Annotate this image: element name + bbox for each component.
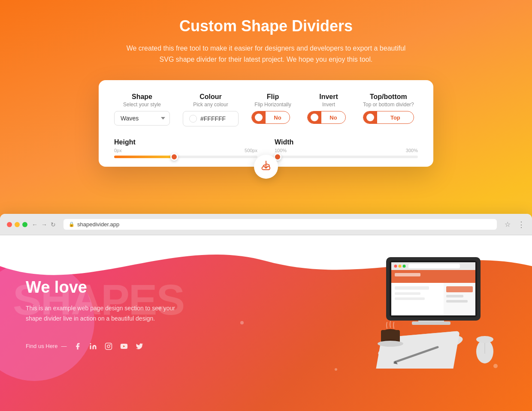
website-heading: We love xyxy=(26,278,180,297)
svg-point-34 xyxy=(476,336,493,343)
width-max: 300% xyxy=(406,148,418,153)
dot-green[interactable] xyxy=(22,222,27,227)
invert-toggle[interactable]: No xyxy=(307,111,346,124)
nav-back[interactable]: ← xyxy=(32,221,38,228)
invert-label: Invert xyxy=(307,93,350,101)
height-slider-group: Height 0px 500px xyxy=(114,138,257,158)
colour-control: Colour Pick any colour #FFFFFF xyxy=(183,93,239,126)
height-max: 500px xyxy=(245,148,257,153)
svg-rect-20 xyxy=(395,297,425,300)
colour-sublabel: Pick any colour xyxy=(183,102,239,108)
height-slider-header: Height xyxy=(114,138,257,146)
height-range-labels: 0px 500px xyxy=(114,148,257,153)
flip-state: No xyxy=(266,114,290,121)
colour-swatch xyxy=(189,115,197,123)
colour-label: Colour xyxy=(183,93,239,101)
nav-reload[interactable]: ↻ xyxy=(51,221,56,228)
linkedin-icon[interactable] xyxy=(88,341,98,351)
topbottom-toggle[interactable]: Top xyxy=(363,111,414,124)
svg-rect-1 xyxy=(106,343,112,349)
website-text-block: We love This is an example web page desi… xyxy=(26,270,180,351)
svg-rect-23 xyxy=(446,295,463,297)
shape-label: Shape xyxy=(114,93,170,101)
flip-label: Flip xyxy=(251,93,294,101)
svg-rect-24 xyxy=(446,300,468,303)
width-range-labels: 100% 300% xyxy=(275,148,418,153)
width-slider-header: Width xyxy=(275,138,418,146)
computer-svg xyxy=(352,235,515,369)
svg-point-3 xyxy=(110,344,111,345)
svg-point-12 xyxy=(399,264,402,267)
flip-circle xyxy=(255,114,263,121)
lock-icon: 🔒 xyxy=(69,222,75,227)
find-us-label: Find us Here — xyxy=(26,343,66,349)
browser-bar: ← → ↻ 🔒 shapedivider.app ☆ ⋮ xyxy=(0,214,532,235)
svg-rect-6 xyxy=(412,321,450,325)
topbottom-control: Top/bottom Top or bottom divider? Top xyxy=(363,93,414,124)
dot-red[interactable] xyxy=(7,222,12,227)
browser-url-bar[interactable]: 🔒 shapedivider.app xyxy=(63,219,497,230)
width-track[interactable] xyxy=(275,156,418,158)
youtube-icon[interactable] xyxy=(119,341,129,351)
svg-point-11 xyxy=(394,264,397,267)
flip-track xyxy=(252,111,266,123)
invert-circle xyxy=(311,114,318,121)
control-card: Shape Select your style Waves Wave Trian… xyxy=(99,80,433,167)
nav-forward[interactable]: → xyxy=(41,221,47,228)
height-fill xyxy=(114,156,174,158)
instagram-icon[interactable] xyxy=(103,341,114,351)
twitter-icon[interactable] xyxy=(134,341,145,351)
website-description: This is an example web page design secti… xyxy=(26,303,180,324)
website-content: We love This is an example web page desi… xyxy=(0,235,532,377)
social-icons xyxy=(73,341,145,351)
shape-sublabel: Select your style xyxy=(114,102,170,108)
svg-rect-16 xyxy=(395,273,420,276)
topbottom-track xyxy=(363,111,377,123)
social-row: Find us Here — xyxy=(26,341,180,351)
browser-star-icon[interactable]: ☆ xyxy=(505,220,511,228)
svg-point-0 xyxy=(90,343,91,344)
width-label: Width xyxy=(275,138,293,146)
browser-menu-icon[interactable]: ⋮ xyxy=(517,220,525,229)
invert-control: Invert Invert No xyxy=(307,93,350,124)
svg-point-2 xyxy=(107,345,110,348)
invert-sublabel: Invert xyxy=(307,102,350,108)
svg-point-13 xyxy=(403,264,406,267)
download-button[interactable] xyxy=(254,155,278,179)
browser-section: ← → ↻ 🔒 shapedivider.app ☆ ⋮ SHAPES We l… xyxy=(0,214,532,411)
browser-nav: ← → ↻ xyxy=(32,221,56,228)
svg-rect-18 xyxy=(395,286,429,290)
download-btn-wrap xyxy=(254,155,278,179)
height-min: 0px xyxy=(114,148,122,153)
computer-illustration xyxy=(352,235,515,369)
colour-value: #FFFFFF xyxy=(200,115,226,122)
invert-state: No xyxy=(321,114,345,121)
shape-select[interactable]: Waves Wave Triangle Arrow Slant Curve xyxy=(114,111,170,126)
flip-sublabel: Flip Horizontally xyxy=(251,102,294,108)
page-subtitle: We created this free tool to make it eas… xyxy=(120,43,412,65)
svg-rect-22 xyxy=(446,286,473,292)
colour-input[interactable]: #FFFFFF xyxy=(183,111,239,126)
page-title: Custom Shape Dividers xyxy=(9,17,523,35)
download-icon xyxy=(260,160,272,174)
height-thumb[interactable] xyxy=(170,153,178,161)
svg-rect-19 xyxy=(395,292,420,295)
top-section: Custom Shape Dividers We created this fr… xyxy=(0,0,532,192)
width-slider-group: Width 100% 300% xyxy=(275,138,418,158)
invert-track xyxy=(308,111,321,123)
shape-control: Shape Select your style Waves Wave Trian… xyxy=(114,93,170,126)
height-track[interactable] xyxy=(114,156,257,158)
url-text: shapedivider.app xyxy=(77,221,119,228)
website-preview: SHAPES We love This is an example web pa… xyxy=(0,235,532,411)
browser-dots xyxy=(7,222,27,227)
topbottom-circle xyxy=(366,114,374,121)
flip-control: Flip Flip Horizontally No xyxy=(251,93,294,124)
dot-yellow[interactable] xyxy=(15,222,20,227)
topbottom-state: Top xyxy=(377,114,414,121)
topbottom-sublabel: Top or bottom divider? xyxy=(363,102,414,108)
svg-rect-14 xyxy=(408,264,460,268)
facebook-icon[interactable] xyxy=(73,341,83,351)
flip-toggle[interactable]: No xyxy=(251,111,290,124)
topbottom-label: Top/bottom xyxy=(363,93,414,101)
controls-row: Shape Select your style Waves Wave Trian… xyxy=(114,93,418,126)
